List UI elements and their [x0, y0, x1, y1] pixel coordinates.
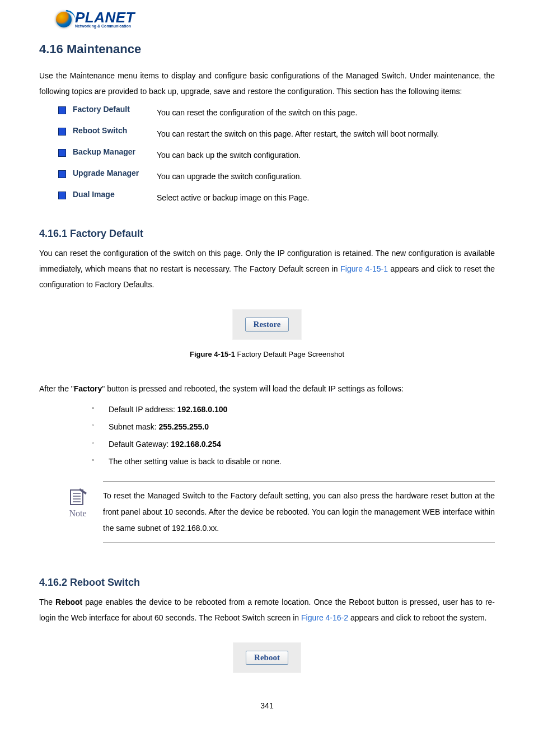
list-item: Subnet mask: 255.255.255.0 — [92, 418, 495, 436]
reboot-button[interactable]: Reboot — [246, 651, 288, 665]
section-heading: 4.16 Maintenance — [39, 42, 495, 57]
subsection-heading-reboot: 4.16.2 Reboot Switch — [39, 577, 495, 589]
menu-desc: You can reset the configuration of the s… — [157, 105, 495, 120]
menu-item: Reboot Switch You can restart the switch… — [58, 126, 495, 142]
svg-rect-0 — [71, 490, 83, 505]
reboot-screenshot: Reboot — [39, 642, 495, 673]
menu-item: Dual Image Select active or backup image… — [58, 190, 495, 206]
note-block: Note To reset the Managed Switch to the … — [58, 482, 495, 543]
reboot-paragraph: The Reboot page enables the device to be… — [39, 594, 495, 626]
list-item: Default IP address: 192.168.0.100 — [92, 401, 495, 418]
menu-label: Dual Image — [73, 190, 157, 199]
bullet-icon — [58, 192, 66, 199]
menu-item: Factory Default You can reset the config… — [58, 105, 495, 120]
note-text: To reset the Managed Switch to the Facto… — [103, 482, 495, 543]
menu-label: Upgrade Manager — [73, 169, 157, 178]
menu-desc: Select active or backup image on this Pa… — [157, 190, 495, 206]
menu-desc: You can upgrade the switch configuration… — [157, 169, 495, 184]
list-item: Default Gateway: 192.168.0.254 — [92, 436, 495, 453]
intro-paragraph: Use the Maintenance menu items to displa… — [39, 68, 495, 99]
menu-label: Factory Default — [73, 105, 157, 114]
defaults-list: Default IP address: 192.168.0.100 Subnet… — [69, 401, 495, 470]
logo-tagline: Networking & Communication — [75, 24, 135, 28]
menu-label: Backup Manager — [73, 147, 157, 156]
menu-desc: You can restart the switch on this page.… — [157, 126, 495, 142]
figure-link[interactable]: Figure 4-16-2 — [301, 613, 348, 622]
factory-paragraph: You can reset the configuration of the s… — [39, 245, 495, 292]
restore-screenshot: Restore — [39, 309, 495, 340]
after-factory-paragraph: After the "Factory" button is pressed an… — [39, 381, 495, 396]
note-label: Note — [58, 508, 97, 519]
restore-button[interactable]: Restore — [245, 318, 289, 332]
brand-logo: PLANET Networking & Communication — [56, 11, 495, 28]
menu-item: Upgrade Manager You can upgrade the swit… — [58, 169, 495, 184]
globe-icon — [56, 12, 72, 27]
menu-item: Backup Manager You can back up the switc… — [58, 147, 495, 163]
subsection-heading-factory: 4.16.1 Factory Default — [39, 228, 495, 240]
figure-caption: Figure 4-15-1 Factory Default Page Scree… — [39, 350, 495, 358]
figure-link[interactable]: Figure 4-15-1 — [340, 264, 388, 273]
menu-list: Factory Default You can reset the config… — [58, 105, 495, 206]
menu-desc: You can back up the switch configuration… — [157, 147, 495, 163]
list-item: The other setting value is back to disab… — [92, 453, 495, 470]
bullet-icon — [58, 106, 66, 114]
menu-label: Reboot Switch — [73, 126, 157, 135]
bullet-icon — [58, 149, 66, 157]
bullet-icon — [58, 170, 66, 178]
bullet-icon — [58, 128, 66, 136]
note-icon — [67, 485, 89, 507]
page-number: 341 — [39, 701, 495, 710]
logo-brand: PLANET — [75, 11, 135, 24]
